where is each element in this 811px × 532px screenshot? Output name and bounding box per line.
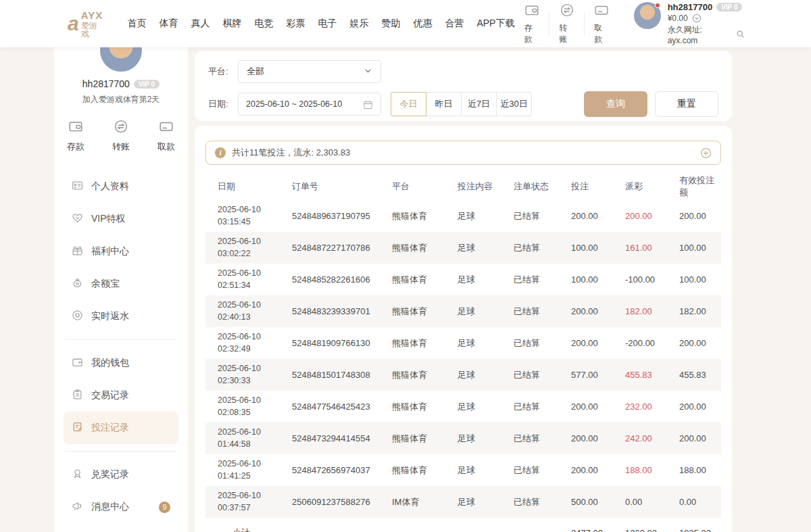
cell-content: 足球 xyxy=(445,270,501,290)
cell-date: 2025-06-1000:37:57 xyxy=(205,486,280,518)
cell-bet: 100.00 xyxy=(559,270,613,289)
cell-content: 足球 xyxy=(445,301,501,322)
nav-item[interactable]: 真人 xyxy=(191,18,210,30)
header-action-转账[interactable]: 转账 xyxy=(549,3,584,45)
range-button-昨日[interactable]: 昨日 xyxy=(426,92,462,116)
cell-payout: 182.00 xyxy=(613,302,667,320)
date-range-value: 2025-06-10 ~ 2025-06-10 xyxy=(246,99,342,109)
nav-item[interactable]: 优惠 xyxy=(413,18,432,30)
nav-item[interactable]: 娱乐 xyxy=(349,18,368,30)
expand-plus-icon[interactable] xyxy=(700,147,712,159)
table-row: 2025-06-1002:40:135248483239339701熊猫体育足球… xyxy=(205,295,721,327)
nav-item[interactable]: 首页 xyxy=(127,18,146,30)
sidebar-item-个人资料[interactable]: 个人资料 xyxy=(64,170,178,203)
cell-bet: 200.00 xyxy=(559,302,613,320)
platform-select[interactable]: 全部 xyxy=(238,60,381,83)
cell-date: 2025-06-1002:32:49 xyxy=(205,327,280,359)
cell-status: 已结算 xyxy=(501,206,559,226)
user-menu[interactable]: hh2817700 VIP 0 ¥0.00 永久网址: ayx.com xyxy=(634,2,745,45)
cell-platform: 熊猫体育 xyxy=(380,365,445,385)
table-row: 2025-06-1003:02:225248487227170786熊猫体育足球… xyxy=(205,232,721,264)
sidebar-action-取款[interactable]: 取款 xyxy=(157,119,175,153)
sidebar-item-意见反馈[interactable]: 意见反馈 xyxy=(64,523,178,532)
header-action-存款[interactable]: 存款 xyxy=(514,3,549,45)
brand-logo[interactable]: a AYX 爱游戏 xyxy=(68,10,104,38)
sidebar-item-余额宝[interactable]: 余额宝 xyxy=(64,268,178,300)
action-label: 转账 xyxy=(559,22,574,45)
transfer-icon xyxy=(560,3,574,20)
card-icon xyxy=(594,3,609,20)
header-quick-actions: 存款转账取款 xyxy=(514,3,618,45)
cell-content: 足球 xyxy=(445,460,501,481)
nav-item[interactable]: 电子 xyxy=(318,18,337,30)
cell-platform: 熊猫体育 xyxy=(380,270,445,290)
cell-content: 足球 xyxy=(445,365,501,385)
reset-button[interactable]: 重置 xyxy=(655,91,718,117)
range-button-近7日[interactable]: 近7日 xyxy=(461,92,497,116)
cell-platform: 熊猫体育 xyxy=(380,206,445,226)
sidebar-item-福利中心[interactable]: 福利中心 xyxy=(64,235,178,268)
platform-label: 平台: xyxy=(208,66,238,78)
range-button-近30日[interactable]: 近30日 xyxy=(496,92,532,116)
sidebar-item-兑奖记录[interactable]: 兑奖记录 xyxy=(64,458,178,491)
sidebar-username: hh2817700 xyxy=(82,78,130,89)
cell-order: 5248481909766130 xyxy=(280,334,380,352)
nav-item[interactable]: 合营 xyxy=(445,18,464,30)
subtotal-valid: 1825.83 xyxy=(667,524,721,532)
cell-date: 2025-06-1001:44:58 xyxy=(205,422,280,454)
sidebar-avatar[interactable] xyxy=(100,47,142,72)
summary-text: 共计11笔投注，流水: 2,303.83 xyxy=(232,147,350,159)
cell-platform: IM体育 xyxy=(380,492,445,512)
nav-item[interactable]: 体育 xyxy=(159,18,178,30)
cell-date: 2025-06-1002:30:33 xyxy=(205,359,280,391)
sidebar-item-VIP特权[interactable]: VIP特权 xyxy=(64,203,178,235)
date-range-input[interactable]: 2025-06-10 ~ 2025-06-10 xyxy=(238,93,381,116)
cell-payout: 242.00 xyxy=(613,429,667,448)
nav-item[interactable]: 棋牌 xyxy=(222,18,241,30)
avatar[interactable] xyxy=(634,2,661,29)
cell-order: 5248472656974037 xyxy=(280,461,380,479)
cell-status: 已结算 xyxy=(501,429,559,449)
nav-item[interactable]: 彩票 xyxy=(286,18,305,30)
search-icon[interactable] xyxy=(736,30,745,41)
cell-date: 2025-06-1003:02:22 xyxy=(205,232,280,264)
sidebar-item-交易记录[interactable]: 交易记录 xyxy=(64,379,178,412)
sidebar-item-label: VIP特权 xyxy=(91,213,126,225)
vip-badge: VIP 0 xyxy=(716,3,742,11)
action-label: 取款 xyxy=(594,22,610,45)
cell-order: 5248485282261606 xyxy=(280,270,380,289)
cell-content: 足球 xyxy=(445,238,501,258)
search-button[interactable]: 查询 xyxy=(584,91,647,117)
cell-status: 已结算 xyxy=(501,301,559,322)
sidebar-item-投注记录[interactable]: 投注记录 xyxy=(64,412,178,444)
nav-item[interactable]: 电竞 xyxy=(254,18,273,30)
nav-item[interactable]: 赞助 xyxy=(381,18,400,30)
nav-item[interactable]: APP下载 xyxy=(476,18,514,30)
wallet-icon xyxy=(68,119,83,137)
sidebar-item-实时返水[interactable]: 实时返水 xyxy=(64,300,178,333)
cell-payout: 455.83 xyxy=(613,366,667,384)
cell-order: 5248487227170786 xyxy=(280,239,380,257)
cell-order: 5248473294414554 xyxy=(280,429,380,448)
chevron-down-icon xyxy=(364,66,372,77)
table-row: 2025-06-1001:44:585248473294414554熊猫体育足球… xyxy=(205,422,721,454)
platform-select-value: 全部 xyxy=(247,66,264,78)
cell-order: 5248477546425423 xyxy=(280,397,380,416)
header-action-取款[interactable]: 取款 xyxy=(585,3,619,45)
table-row: 2025-06-1002:51:345248485282261606熊猫体育足球… xyxy=(205,264,721,295)
piggy-bank-icon xyxy=(72,277,83,291)
subtotal-dash: —— xyxy=(380,524,445,532)
sidebar-item-我的钱包[interactable]: 我的钱包 xyxy=(64,347,178,379)
cell-content: 足球 xyxy=(445,397,501,417)
sidebar-action-转账[interactable]: 转账 xyxy=(112,119,130,153)
cell-valid: 100.00 xyxy=(667,239,721,257)
range-button-今日[interactable]: 今日 xyxy=(391,92,426,116)
sidebar-item-消息中心[interactable]: 消息中心9 xyxy=(64,491,178,523)
cell-valid: 200.00 xyxy=(667,429,721,448)
sidebar-item-label: 我的钱包 xyxy=(91,357,129,369)
cell-status: 已结算 xyxy=(501,365,559,385)
refresh-balance-chevron-icon[interactable] xyxy=(692,14,702,23)
cell-payout: 200.00 xyxy=(613,207,667,225)
sidebar-action-存款[interactable]: 存款 xyxy=(67,119,84,153)
subtotal-payout: 1360.83 xyxy=(613,524,667,532)
